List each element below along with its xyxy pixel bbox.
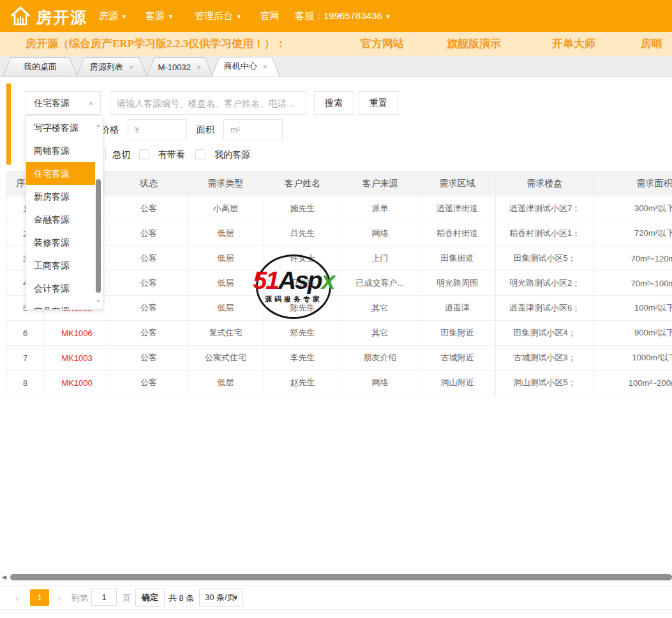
col-header-source: 客户来源 (341, 172, 419, 196)
dropdown-option[interactable]: 商铺客源 (26, 139, 95, 162)
code-link[interactable]: MK1003 (44, 346, 110, 371)
checkbox-has-showing[interactable] (139, 149, 149, 159)
pagination-bar: ‹ 1 › 到第 页 确定 共 8 条 30 条/页 ∨ (0, 585, 672, 610)
current-page-button[interactable]: 1 (30, 589, 49, 606)
dropdown-option[interactable]: 金融客源 (26, 208, 95, 231)
checkbox-my-customers[interactable] (195, 149, 205, 159)
horizontal-scrollbar: ◀ (0, 572, 672, 583)
promo-banner: 房开源（综合房产ERP学习版2.2.3仅供学习使用！）： 官方网站 旗舰版演示 … (0, 32, 672, 56)
close-icon[interactable]: × (129, 63, 134, 71)
col-header-name: 客户姓名 (264, 172, 341, 196)
category-select[interactable]: 住宅客源 ▲ (26, 91, 101, 115)
caret-down-icon: ▼ (385, 13, 391, 20)
house-logo-icon (9, 4, 32, 30)
scroll-up-icon[interactable]: ▲ (95, 122, 101, 128)
dropdown-option[interactable]: 家具客源 (26, 300, 95, 310)
table-row: 8 MK1000 公客 低层 赵先生 网络 洞山附近 洞山测试小区5； 100m… (7, 371, 672, 395)
tab-my-desktop[interactable]: 我的桌面 (3, 57, 78, 77)
nav-item-house[interactable]: 房源▼ (99, 0, 127, 32)
horizontal-scrollbar-thumb[interactable] (10, 574, 672, 580)
table-row: 7 MK1003 公客 公寓式住宅 李先生 朋友介绍 古城附近 古城测试小区3；… (7, 346, 672, 371)
nav-item-website[interactable]: 官网 (260, 0, 280, 32)
col-header-area: 需求面积 (594, 172, 672, 196)
col-header-type: 需求类型 (188, 172, 264, 196)
table-row: 5 MK1009 公客 低层 陈先生 其它 逍遥津 逍遥津测试小区6； 100m… (7, 296, 672, 321)
code-link[interactable]: MK1006 (44, 321, 110, 346)
table-row: 4 公客 低层 卫先生 已成交客户... 明光路周围 明光路测试小区2； 70m… (7, 271, 672, 296)
app-title: 房开源 (36, 7, 87, 28)
customer-table: 序号 客源编号 状态 需求类型 客户姓名 客户来源 需求区域 需求楼盘 需求面积… (6, 171, 672, 395)
banner-title: 房开源（综合房产ERP学习版2.2.3仅供学习使用！）： (26, 32, 286, 56)
scrollbar-left-icon[interactable]: ◀ (2, 574, 6, 580)
select-caret-icon: ∨ (233, 589, 238, 606)
banner-link-flagship-demo[interactable]: 旗舰版演示 (447, 32, 501, 56)
goto-page-label: 到第 (71, 585, 88, 610)
price-input[interactable] (128, 119, 187, 140)
total-count-label: 共 8 条 (168, 585, 194, 610)
code-link[interactable]: MK1000 (44, 371, 110, 395)
dropdown-option[interactable]: 工商客源 (26, 254, 95, 277)
close-icon[interactable]: × (197, 63, 202, 71)
search-input[interactable] (110, 91, 306, 115)
dropdown-scrollbar-thumb[interactable] (96, 179, 101, 293)
tab-m10032[interactable]: M-10032× (146, 57, 213, 77)
scroll-down-icon[interactable]: ▼ (95, 298, 101, 304)
checkbox-my-customers-label: 我的客源 (214, 147, 250, 162)
goto-page-input[interactable] (91, 589, 117, 606)
price-label: 价格 (101, 119, 119, 140)
caret-down-icon: ▼ (168, 13, 174, 20)
dropdown-option[interactable]: 装修客源 (26, 231, 95, 254)
caret-up-icon: ▲ (88, 92, 94, 114)
nav-item-service-phone[interactable]: 客服：19965783436▼ (295, 0, 391, 32)
caret-down-icon: ▼ (236, 13, 242, 20)
accent-bar (6, 84, 11, 165)
tab-business-center[interactable]: 商机中心× (211, 57, 280, 77)
prev-page-icon[interactable]: ‹ (15, 585, 19, 610)
reset-button[interactable]: 重置 (359, 91, 398, 115)
tab-bar: 我的桌面 房源列表× M-10032× 商机中心× (0, 56, 672, 77)
area-input[interactable] (223, 119, 283, 140)
table-row: 2 公客 低层 吕先生 网络 稻香村街道 稻香村测试小区1； 720m²以下 (7, 221, 672, 246)
next-page-icon[interactable]: › (57, 585, 61, 610)
banner-link-official-site[interactable]: 官方网站 (361, 32, 404, 56)
tab-house-list[interactable]: 房源列表× (76, 57, 147, 77)
search-button[interactable]: 搜索 (314, 91, 354, 115)
dropdown-option[interactable]: 写字楼客源 (26, 116, 95, 139)
page-size-select[interactable]: 30 条/页 ∨ (199, 589, 243, 607)
dropdown-option-selected[interactable]: 住宅客源 (26, 162, 95, 185)
dropdown-option[interactable]: 新房客源 (26, 185, 95, 208)
top-navbar: 房开源 房源▼ 客源▼ 管理后台▼ 官网 客服：19965783436▼ (0, 0, 672, 32)
nav-item-admin[interactable]: 管理后台▼ (195, 0, 242, 32)
caret-down-icon: ▼ (121, 13, 127, 20)
checkbox-urgent-label: 急切 (112, 147, 130, 162)
table-row: 6 MK1006 公客 复式住宅 郑先生 其它 田集附近 田集测试小区4； 90… (7, 321, 672, 346)
table-row: 1 公客 小高层 施先生 派单 逍遥津街道 逍遥津测试小区7； 300m²以下 (7, 196, 672, 221)
banner-link-kaidan-master[interactable]: 开单大师 (552, 32, 595, 56)
confirm-page-button[interactable]: 确定 (135, 589, 165, 607)
table-row: 3 公客 低层 许女士 上门 田集街道 田集测试小区5； 70m²~120m² (7, 246, 672, 271)
dropdown-scrollbar: ▲ ▼ (94, 116, 103, 309)
page-unit-label: 页 (123, 585, 131, 610)
banner-link-fangshao[interactable]: 房哨 (641, 32, 662, 56)
close-icon[interactable]: × (263, 63, 268, 71)
app-logo[interactable]: 房开源 (9, 4, 87, 30)
col-header-region: 需求区域 (419, 172, 496, 196)
dropdown-option[interactable]: 会计客源 (26, 277, 95, 300)
col-header-status: 状态 (110, 172, 188, 196)
table-header-row: 序号 客源编号 状态 需求类型 客户姓名 客户来源 需求区域 需求楼盘 需求面积 (7, 172, 672, 196)
area-label: 面积 (197, 119, 214, 140)
nav-item-customer[interactable]: 客源▼ (146, 0, 174, 32)
col-header-estate: 需求楼盘 (496, 172, 594, 196)
category-dropdown-list: 写字楼客源 商铺客源 住宅客源 新房客源 金融客源 装修客源 工商客源 会计客源… (26, 115, 103, 310)
checkbox-has-showing-label: 有带看 (158, 147, 185, 162)
